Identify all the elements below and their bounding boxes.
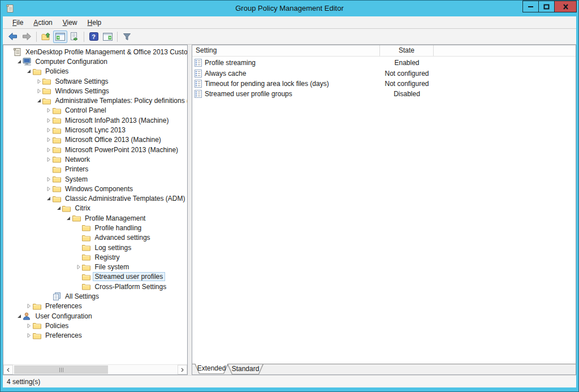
tree-item-user-configuration[interactable]: User Configuration [3,311,187,321]
tree-item-label: All Settings [63,292,101,301]
tree-item-label: XenDesktop Profile Management & Office 2… [23,48,187,57]
expander-collapsed-icon[interactable] [45,117,52,124]
setting-row-streamed-user-profile-groups[interactable]: Streamed user profile groupsDisabled [192,89,576,99]
tree-item-all-settings[interactable]: All Settings [3,291,187,301]
tree-item-microsoft-infopath-2013-machine[interactable]: Microsoft InfoPath 2013 (Machine) [3,115,187,125]
tree-item-network[interactable]: Network [3,154,187,164]
forward-arrow-icon [22,32,32,41]
forward-button[interactable] [20,31,34,43]
tree-item-streamed-user-profiles[interactable]: Streamed user profiles [3,272,187,282]
show-console-tree-button[interactable] [53,31,67,43]
tree-item-file-system[interactable]: File system [3,262,187,272]
horizontal-scrollbar[interactable] [3,364,187,374]
expander-collapsed-icon[interactable] [45,156,52,163]
tree-item-software-settings[interactable]: Software Settings [3,76,187,86]
back-button[interactable] [6,31,20,43]
tree-item-registry[interactable]: Registry [3,252,187,262]
setting-row-profile-streaming[interactable]: Profile streamingEnabled [192,58,576,68]
tree-item-windows-settings[interactable]: Windows Settings [3,86,187,96]
expander-collapsed-icon[interactable] [45,127,52,133]
expander-collapsed-icon[interactable] [75,264,82,270]
tree-item-profile-handling[interactable]: Profile handling [3,223,187,232]
chevron-right-icon [180,368,184,372]
tree-item-label: Cross-Platform Settings [93,282,169,291]
minimize-button[interactable] [522,1,539,12]
tab-extended[interactable]: Extended [195,364,228,374]
tree-item-policies[interactable]: Policies [3,67,187,76]
expander-collapsed-icon[interactable] [45,186,52,192]
expander-collapsed-icon[interactable] [45,107,52,114]
expander-collapsed-icon[interactable] [36,88,42,94]
scrollbar-thumb[interactable] [14,365,108,374]
close-button[interactable] [554,1,577,12]
tree-item-printers[interactable]: Printers [3,165,187,174]
folder-icon [42,87,51,95]
menu-file[interactable]: File [7,18,28,28]
export-list-button[interactable] [67,31,81,43]
maximize-button[interactable] [538,1,555,12]
expander-collapsed-icon[interactable] [25,332,32,339]
tree-item-computer-configuration[interactable]: Computer Configuration [3,57,187,66]
action-pane-icon [103,33,113,41]
menubar: File Action View Help [3,16,576,29]
chevron-left-icon [6,368,10,372]
expander-collapsed-icon[interactable] [45,176,52,183]
tab-standard[interactable]: Standard [227,364,263,374]
tree-item-profile-management[interactable]: Profile Management [3,213,187,223]
tree-item-log-settings[interactable]: Log settings [3,243,187,252]
column-header-setting[interactable]: Setting [192,45,380,56]
filter-button[interactable] [120,31,134,43]
setting-state: Not configured [380,80,434,88]
tree-item-preferences[interactable]: Preferences [3,331,187,341]
setting-row-always-cache[interactable]: Always cacheNot configured [192,68,576,78]
tree-item-windows-components[interactable]: Windows Components [3,184,187,193]
expander-expanded-icon[interactable] [45,195,52,202]
expander-expanded-icon[interactable] [36,97,42,104]
setting-row-timeout-for-pending-area-lock-files-days[interactable]: Timeout for pending area lock files (day… [192,79,576,89]
tree-item-advanced-settings[interactable]: Advanced settings [3,233,187,243]
expander-placeholder [75,283,82,290]
tree-item-microsoft-powerpoint-2013-machine[interactable]: Microsoft PowerPoint 2013 (Machine) [3,145,187,154]
filter-funnel-icon [123,33,131,41]
menu-help[interactable]: Help [83,18,107,28]
folder-icon [32,302,41,311]
scroll-left-button[interactable] [3,365,13,374]
tree-item-preferences[interactable]: Preferences [3,301,187,311]
expander-expanded-icon[interactable] [55,205,62,212]
expander-expanded-icon[interactable] [16,58,23,65]
expander-collapsed-icon[interactable] [36,78,42,85]
up-one-level-button[interactable] [39,31,53,43]
tree-item-xendesktop-profile-management-office-2013-customize[interactable]: XenDesktop Profile Management & Office 2… [3,47,187,57]
menu-action[interactable]: Action [28,18,57,28]
column-header-state[interactable]: State [380,45,434,56]
expander-collapsed-icon[interactable] [45,136,52,143]
tree-item-policies[interactable]: Policies [3,321,187,330]
help-button[interactable]: ? [87,31,101,43]
setting-name: Timeout for pending area lock files (day… [205,80,329,88]
expander-expanded-icon[interactable] [16,313,23,320]
expander-collapsed-icon[interactable] [25,322,32,329]
show-action-pane-button[interactable] [101,31,115,43]
tree-item-classic-administrative-templates-adm[interactable]: Classic Administrative Templates (ADM) [3,193,187,203]
pane-splitter[interactable] [188,45,192,375]
expander-collapsed-icon[interactable] [25,303,32,309]
policy-setting-icon [195,90,202,98]
expander-collapsed-icon[interactable] [45,147,52,153]
expander-placeholder [75,273,82,280]
toolbar-separator [117,32,118,42]
tree-item-administrative-templates-policy-definitions-ad[interactable]: Administrative Templates: Policy definit… [3,96,187,105]
tree-item-system[interactable]: System [3,174,187,184]
scrollbar-track[interactable] [13,365,178,374]
tree-item-microsoft-office-2013-machine[interactable]: Microsoft Office 2013 (Machine) [3,135,187,145]
tree-item-control-panel[interactable]: Control Panel [3,106,187,115]
menu-view[interactable]: View [58,18,83,28]
expander-expanded-icon[interactable] [65,215,72,222]
close-icon [563,4,569,10]
tree-item-label: Policies [43,67,71,76]
tree-item-label: Classic Administrative Templates (ADM) [63,194,187,203]
expander-expanded-icon[interactable] [25,68,32,75]
tree-item-cross-platform-settings[interactable]: Cross-Platform Settings [3,282,187,291]
tree-item-microsoft-lync-2013[interactable]: Microsoft Lync 2013 [3,125,187,135]
scroll-right-button[interactable] [178,365,187,374]
tree-item-citrix[interactable]: Citrix [3,204,187,213]
